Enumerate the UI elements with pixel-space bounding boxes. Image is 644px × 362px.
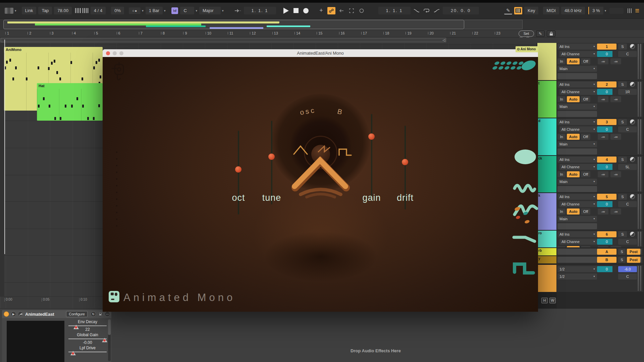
input-routing-select[interactable]: All Ins▼ [557, 194, 597, 200]
quantize-icon[interactable]: ○● [129, 7, 141, 14]
device-param-global-gain[interactable]: Global Gain-0.00 [68, 333, 107, 345]
save-preset-icon[interactable] [98, 311, 103, 317]
pan-value[interactable]: C [618, 201, 637, 207]
gain-field[interactable]: -∞ [610, 246, 621, 247]
device-activator-button[interactable] [4, 311, 9, 317]
output-routing-select[interactable]: Main▼ [557, 216, 597, 222]
play-button[interactable] [283, 8, 289, 14]
solo-button[interactable]: S [618, 81, 627, 87]
solo-button[interactable]: S [618, 257, 626, 263]
punch-out-button[interactable] [433, 7, 441, 14]
monitor-auto-button[interactable]: Auto [567, 246, 580, 247]
input-routing-select[interactable]: All Ins▼ [557, 44, 597, 50]
pan-value[interactable]: C [618, 239, 637, 245]
slider-handle-drift[interactable] [402, 159, 408, 165]
pan-knob[interactable]: 0 [597, 126, 616, 132]
sync-icon[interactable]: ↻ [91, 311, 96, 317]
output-routing-select[interactable]: Main▼ [557, 104, 597, 110]
monitor-in-button[interactable]: In [557, 134, 566, 140]
extra-routing-box[interactable] [557, 186, 597, 192]
input-channel-select[interactable]: All Channe▼ [559, 164, 597, 170]
animatedeast-device[interactable]: ▶ AnimatedEast Configure ↻ ⋯ Env Decay22… [2, 310, 111, 362]
configure-button[interactable]: Configure [66, 311, 88, 317]
track-activator-button[interactable]: 6 [597, 231, 616, 237]
device-param-lpf-drive[interactable]: Lpf Drive [68, 346, 107, 352]
link-button[interactable]: Link [22, 7, 37, 14]
track-header-ani-mono[interactable]: ⊙ Ani Mono [516, 46, 538, 52]
track-activator-button[interactable]: 2 [597, 81, 616, 87]
monitor-off-button[interactable]: Off [581, 96, 590, 102]
loop-brace[interactable]: ◁ [1, 38, 446, 42]
computer-midi-keyboard-button[interactable] [514, 7, 522, 14]
track-color-column[interactable]: tdckkrorbyHW [537, 43, 557, 308]
volume-field[interactable]: -∞ [598, 171, 608, 177]
arm-button[interactable] [628, 231, 637, 237]
extra-routing-box[interactable] [557, 223, 597, 229]
pan-knob[interactable]: 0 [597, 164, 616, 170]
clip-hat[interactable]: Hat [37, 83, 103, 121]
main-volume-field[interactable]: -6.0 [618, 266, 637, 272]
re-enable-automation-button[interactable] [337, 7, 345, 14]
pan-knob[interactable]: 0 [597, 89, 616, 95]
return-activator-button[interactable]: B [597, 257, 616, 263]
input-channel-select[interactable]: All Channe▼ [559, 201, 597, 207]
track-name-sliver[interactable]: y [537, 256, 556, 263]
monitor-auto-button[interactable]: Auto [567, 58, 580, 64]
loop-end-marker[interactable]: ◁ [442, 38, 445, 42]
monitor-auto-button[interactable]: Auto [567, 208, 580, 215]
chevron-down-icon[interactable]: ▾ [196, 9, 197, 12]
cue-pan-value[interactable]: C [618, 274, 637, 280]
scale-icon[interactable]: ♭♯ [171, 7, 178, 14]
monitor-in-button[interactable]: In [557, 171, 566, 177]
capture-midi-button[interactable] [347, 7, 356, 14]
set-button[interactable]: Set [519, 31, 534, 37]
pre-post-toggle[interactable]: Post [627, 257, 640, 263]
track-activator-button[interactable]: 1 [597, 44, 616, 50]
volume-field[interactable]: -∞ [598, 246, 608, 247]
monitor-in-button[interactable]: In [557, 246, 566, 247]
gain-field[interactable]: -∞ [610, 208, 621, 215]
track-name-sliver[interactable]: rb [537, 248, 556, 255]
pan-knob[interactable]: 0 [597, 201, 616, 207]
time-signature-field[interactable]: 4 / 4 [91, 7, 106, 14]
solo-button[interactable]: S [618, 194, 627, 200]
track-name-sliver[interactable] [537, 265, 556, 292]
volume-field[interactable]: -∞ [598, 58, 608, 64]
pencil-automation-button[interactable]: ✎ [536, 31, 545, 37]
gain-field[interactable]: -∞ [610, 134, 621, 140]
cue-output-select[interactable]: 1/2▼ [557, 274, 597, 280]
chevron-down-icon[interactable]: ▾ [222, 9, 224, 12]
track-name-sliver[interactable]: d [537, 118, 556, 155]
input-channel-select[interactable]: All Channe▼ [559, 89, 597, 95]
solo-button[interactable]: S [618, 231, 627, 237]
track-name-sliver[interactable]: ck [537, 156, 556, 192]
stop-button[interactable] [293, 8, 299, 13]
monitor-off-button[interactable]: Off [581, 58, 590, 64]
beat-time-ruler[interactable]: Set ✎ ← → 123456789101112131415161718192… [0, 30, 644, 38]
extra-routing-box[interactable] [557, 111, 597, 117]
monitor-auto-button[interactable]: Auto [567, 134, 580, 140]
return-routing-box[interactable] [557, 257, 597, 263]
param-slider[interactable] [68, 352, 107, 352]
monitor-auto-button[interactable]: Auto [567, 171, 580, 177]
new-button[interactable]: + [317, 7, 325, 14]
track-activator-button[interactable]: 3 [597, 119, 616, 125]
main-pan-knob[interactable]: 0 [597, 266, 616, 272]
gain-field[interactable]: -∞ [610, 58, 621, 64]
quantize-menu[interactable]: 1 Bar [146, 7, 163, 14]
param-slider-handle[interactable] [102, 338, 107, 342]
output-routing-select[interactable]: Main▼ [557, 179, 597, 185]
animated-mono-ui[interactable]: osc B [103, 57, 538, 312]
slider-handle-tune[interactable] [268, 154, 275, 160]
hw-button[interactable]: H [541, 298, 548, 303]
input-channel-select[interactable]: All Channe▼ [559, 239, 597, 245]
chevron-down-icon[interactable]: ▾ [142, 9, 144, 12]
return-activator-button[interactable]: A [597, 249, 616, 255]
hw-button[interactable]: W [549, 298, 556, 303]
lock-envelopes-button[interactable] [547, 31, 555, 37]
monitor-off-button[interactable]: Off [581, 134, 590, 140]
input-routing-select[interactable]: All Ins▼ [557, 157, 597, 163]
plugin-display-box[interactable] [7, 321, 64, 362]
device-scrollbar[interactable] [108, 319, 111, 361]
pan-value[interactable]: C [618, 51, 637, 57]
